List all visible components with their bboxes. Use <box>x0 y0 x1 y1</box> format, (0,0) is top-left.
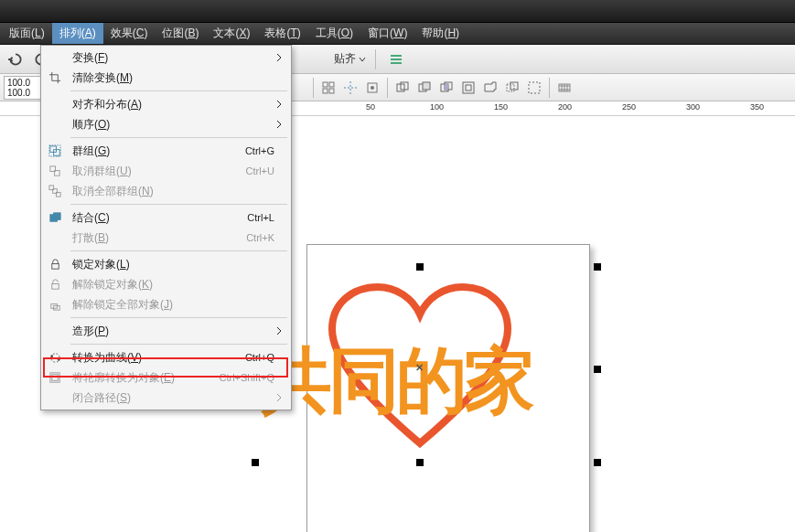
options-icon[interactable] <box>385 48 407 70</box>
menu-separator <box>70 137 287 138</box>
snap-guide-icon[interactable] <box>339 77 361 99</box>
ruler-tick: 150 <box>494 102 508 112</box>
menu-item[interactable]: 清除变换(M) <box>43 68 289 88</box>
snap-grid-icon[interactable] <box>317 77 339 99</box>
submenu-arrow-icon <box>274 100 284 109</box>
crop-icon <box>45 71 65 85</box>
svg-rect-2 <box>391 62 402 64</box>
menu-item[interactable]: 锁定对象(L) <box>43 254 289 274</box>
snap-object-icon[interactable] <box>361 77 383 99</box>
menubar-H[interactable]: 帮助(H) <box>414 23 467 44</box>
menu-separator <box>70 317 287 318</box>
center-marker: ✕ <box>415 362 424 374</box>
menu-label: 造形(P) <box>72 324 274 339</box>
menubar-W[interactable]: 窗口(W) <box>360 23 414 44</box>
coord-x: 100.0 <box>7 78 38 88</box>
svg-rect-4 <box>329 82 334 87</box>
menubar-X[interactable]: 文本(X) <box>206 23 257 44</box>
svg-rect-38 <box>53 212 60 219</box>
coord-y: 100.0 <box>7 88 38 98</box>
svg-point-43 <box>50 353 59 361</box>
submenu-arrow-icon <box>274 120 284 129</box>
menu-bar: 版面(L)排列(A)效果(C)位图(B)文本(X)表格(T)工具(O)窗口(W)… <box>0 23 795 45</box>
ruler-tick: 100 <box>430 102 444 112</box>
back-minus-icon[interactable] <box>501 77 523 99</box>
coordinates-box[interactable]: 100.0 100.0 <box>4 76 42 100</box>
menu-item: 取消全部群组(N) <box>43 181 289 201</box>
intersect-icon[interactable] <box>435 77 457 99</box>
separator <box>549 78 550 98</box>
menubar-T[interactable]: 表格(T) <box>257 23 307 44</box>
weld-icon[interactable] <box>392 77 414 99</box>
ruler-tick: 250 <box>622 102 636 112</box>
menu-shortcut: Ctrl+L <box>247 212 274 223</box>
svg-rect-17 <box>445 84 448 90</box>
menu-item[interactable]: 变换(F) <box>43 48 289 68</box>
menu-item[interactable]: 顺序(O) <box>43 114 289 134</box>
lock-icon <box>45 258 65 271</box>
boundary-icon[interactable] <box>523 77 545 99</box>
menu-label: 顺序(O) <box>72 117 274 133</box>
separator <box>375 49 376 69</box>
svg-point-10 <box>371 86 374 90</box>
film-icon[interactable] <box>553 77 575 99</box>
svg-rect-14 <box>423 82 430 90</box>
svg-rect-1 <box>391 59 402 60</box>
menubar-C[interactable]: 效果(C) <box>103 23 156 44</box>
submenu-arrow-icon <box>274 393 284 402</box>
menu-label: 将轮廓转换为对象(E) <box>72 370 219 386</box>
curve-icon <box>45 351 65 365</box>
menu-item: 打散(B)Ctrl+K <box>43 228 289 248</box>
svg-rect-6 <box>329 89 334 93</box>
group-icon <box>45 144 65 158</box>
menu-label: 取消群组(U) <box>72 164 246 179</box>
menubar-L[interactable]: 版面(L) <box>2 23 52 44</box>
undo-button[interactable] <box>7 51 24 68</box>
submenu-arrow-icon <box>274 326 284 335</box>
svg-rect-0 <box>391 55 402 57</box>
menubar-B[interactable]: 位图(B) <box>155 23 206 44</box>
handle-n[interactable] <box>416 263 424 271</box>
menu-label: 群组(G) <box>72 144 245 159</box>
menubar-A[interactable]: 排列(A) <box>52 23 103 44</box>
combine-icon <box>45 211 65 225</box>
handle-s[interactable] <box>416 459 424 466</box>
shape-ops <box>392 77 545 99</box>
svg-rect-3 <box>323 82 328 87</box>
menu-shortcut: Ctrl+K <box>246 232 274 243</box>
ruler-tick: 50 <box>366 102 375 112</box>
menu-item[interactable]: 群组(G)Ctrl+G <box>43 141 289 161</box>
menu-label: 解除锁定对象(K) <box>72 277 274 293</box>
menu-label: 取消全部群组(N) <box>72 184 274 199</box>
svg-rect-31 <box>48 144 59 155</box>
menu-item: 取消群组(U)Ctrl+U <box>43 161 289 181</box>
menu-separator <box>70 250 287 251</box>
snap-dropdown[interactable]: 贴齐 <box>334 51 366 67</box>
menu-item[interactable]: 造形(P) <box>43 321 289 341</box>
outline-icon <box>45 371 65 385</box>
artistic-text: 共同的家 <box>261 334 532 430</box>
menu-label: 解除锁定全部对象(J) <box>72 297 274 313</box>
front-minus-icon[interactable] <box>479 77 501 99</box>
menu-item: 解除锁定全部对象(J) <box>43 294 289 314</box>
menu-item[interactable]: 结合(C)Ctrl+L <box>43 207 289 228</box>
handle-ne[interactable] <box>594 263 601 271</box>
menubar-O[interactable]: 工具(O) <box>308 23 360 44</box>
svg-rect-19 <box>466 85 471 90</box>
menu-label: 打散(B) <box>72 230 246 246</box>
ruler-tick: 200 <box>558 102 572 112</box>
handle-e[interactable] <box>594 366 601 373</box>
menu-shortcut: Ctrl+Q <box>245 352 274 363</box>
menu-shortcut: Ctrl+U <box>246 165 274 176</box>
svg-rect-40 <box>51 283 59 289</box>
menu-item[interactable]: 对齐和分布(A) <box>43 94 289 114</box>
trim-icon[interactable] <box>414 77 435 99</box>
svg-point-44 <box>50 355 53 357</box>
handle-se[interactable] <box>594 459 601 466</box>
ruler-tick: 300 <box>686 102 700 112</box>
simplify-icon[interactable] <box>457 77 479 99</box>
snap-icons <box>317 77 383 99</box>
menu-label: 变换(F) <box>72 50 274 66</box>
menu-item[interactable]: 转换为曲线(V)Ctrl+Q <box>43 347 289 367</box>
handle-sw[interactable] <box>252 459 259 466</box>
